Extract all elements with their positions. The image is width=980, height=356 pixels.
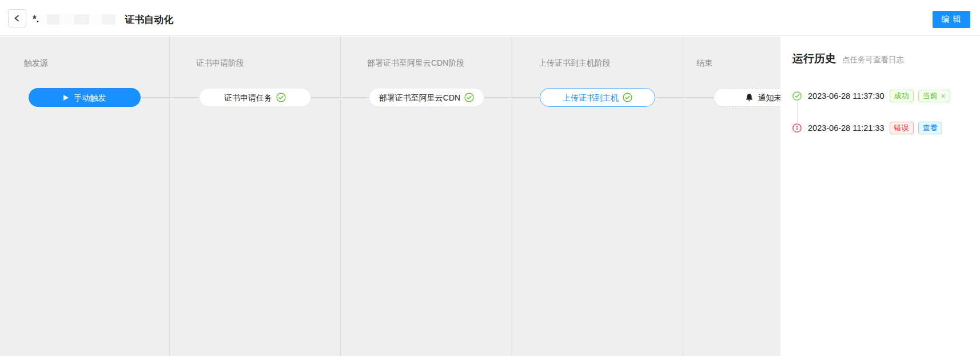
node-label: 手动触发 xyxy=(74,94,106,102)
stage-label: 结束 xyxy=(696,58,712,69)
check-circle-icon xyxy=(623,93,632,102)
check-circle-icon xyxy=(276,93,286,102)
stage-column-apply: 证书申请阶段 xyxy=(170,37,341,356)
check-circle-icon xyxy=(792,91,802,101)
task-node-upload-host[interactable]: 上传证书到主机 xyxy=(540,88,655,107)
edit-button[interactable]: 编 辑 xyxy=(933,11,970,28)
redacted-domain xyxy=(40,14,124,25)
run-timestamp: 2023-06-28 11:21:33 xyxy=(808,123,885,133)
back-button[interactable] xyxy=(8,9,26,27)
current-run-tag-label: 当前 xyxy=(923,90,938,102)
manual-trigger-button[interactable]: 手动触发 xyxy=(29,88,141,107)
current-run-tag: 当前× xyxy=(918,90,950,102)
bell-icon xyxy=(745,93,754,102)
node-label: 部署证书至阿里云CDN xyxy=(379,94,460,102)
chevron-left-icon xyxy=(13,14,22,23)
status-badge-success: 成功 xyxy=(890,90,914,102)
timeline-line xyxy=(797,102,798,126)
run-history-subtitle: 点任务可查看日志 xyxy=(842,55,904,65)
run-entry[interactable]: 2023-06-28 11:37:30 成功 当前× xyxy=(792,89,972,103)
run-list: 2023-06-28 11:37:30 成功 当前× 2023-06-28 11… xyxy=(792,89,972,135)
stage-column-cdn: 部署证书至阿里云CDN阶段 xyxy=(341,37,512,356)
run-history-header: 运行历史 点任务可查看日志 xyxy=(792,51,972,66)
stage-label: 证书申请阶段 xyxy=(196,58,244,69)
node-label: 上传证书到主机 xyxy=(563,94,619,102)
close-icon[interactable]: × xyxy=(941,92,946,100)
node-label: 证书申请任务 xyxy=(224,94,272,102)
stage-label: 上传证书到主机阶段 xyxy=(539,58,611,69)
task-node-cert-apply[interactable]: 证书申请任务 xyxy=(199,88,311,107)
stage-label: 触发源 xyxy=(24,58,48,69)
run-timestamp: 2023-06-28 11:37:30 xyxy=(808,91,885,101)
stage-column-trigger: 触发源 xyxy=(0,37,170,356)
status-badge-error: 错误 xyxy=(890,122,914,134)
page-title-prefix: *. xyxy=(33,14,39,25)
header-bar: *. 证书自动化 编 辑 xyxy=(0,0,980,36)
stage-column-upload: 上传证书到主机阶段 xyxy=(512,37,683,356)
task-node-deploy-cdn[interactable]: 部署证书至阿里云CDN xyxy=(369,88,484,107)
page-title: *. 证书自动化 xyxy=(33,13,173,26)
check-circle-icon xyxy=(464,93,474,102)
play-icon xyxy=(63,95,69,101)
page-title-suffix: 证书自动化 xyxy=(125,13,173,26)
run-history-panel: 运行历史 点任务可查看日志 2023-06-28 11:37:30 成功 当前×… xyxy=(780,37,980,356)
run-history-title: 运行历史 xyxy=(792,51,836,66)
stage-label: 部署证书至阿里云CDN阶段 xyxy=(367,58,464,69)
run-entry[interactable]: 2023-06-28 11:21:33 错误 查看 xyxy=(792,121,972,135)
view-log-button[interactable]: 查看 xyxy=(918,122,942,134)
